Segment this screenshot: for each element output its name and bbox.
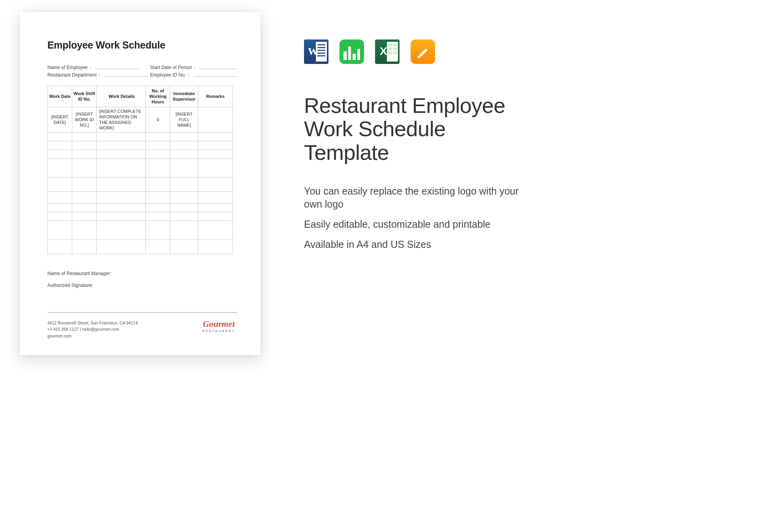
cell-date: [INSERT DATE] xyxy=(48,107,72,133)
empty-cell xyxy=(146,240,170,254)
feature-item: You can easily replace the existing logo… xyxy=(304,185,525,211)
empty-cell xyxy=(97,150,146,159)
empty-cell xyxy=(198,159,233,178)
empty-cell xyxy=(97,212,146,221)
manager-label: Name of Restaurant Manager: xyxy=(47,271,237,276)
th-details: Work Details xyxy=(97,86,146,107)
empty-cell xyxy=(170,150,198,159)
empty-cell xyxy=(170,141,198,150)
schedule-tbody: [INSERT DATE] [INSERT WORK ID NO.] [INSE… xyxy=(48,107,233,254)
meta-blank xyxy=(193,72,237,77)
empty-cell xyxy=(170,133,198,141)
table-row: [INSERT DATE] [INSERT WORK ID NO.] [INSE… xyxy=(48,107,233,133)
empty-cell xyxy=(170,240,198,254)
cell-shift: [INSERT WORK ID NO.] xyxy=(72,107,97,133)
footer-contact: +1 415 359 1127 | hello@gourmet.com xyxy=(47,326,138,333)
empty-cell xyxy=(170,159,198,178)
word-icon[interactable] xyxy=(304,39,328,64)
table-row xyxy=(48,212,233,221)
empty-cell xyxy=(72,240,97,254)
numbers-icon[interactable] xyxy=(340,39,364,64)
document-preview: Employee Work Schedule Name of Employee … xyxy=(20,12,261,355)
th-remarks: Remarks xyxy=(198,86,233,107)
auth-signature-label: Authorized Signature: xyxy=(47,283,237,288)
empty-cell xyxy=(170,221,198,240)
empty-cell xyxy=(48,141,72,150)
empty-cell xyxy=(97,192,146,204)
empty-cell xyxy=(146,178,170,192)
meta-blank xyxy=(95,64,139,69)
empty-cell xyxy=(72,212,97,221)
empty-cell xyxy=(146,192,170,204)
table-row xyxy=(48,150,233,159)
empty-cell xyxy=(48,150,72,159)
empty-cell xyxy=(48,221,72,240)
empty-cell xyxy=(97,240,146,254)
empty-cell xyxy=(72,204,97,212)
feature-item: Available in A4 and US Sizes xyxy=(304,238,525,251)
empty-cell xyxy=(97,221,146,240)
table-row xyxy=(48,141,233,150)
info-panel: Restaurant Employee Work Schedule Templa… xyxy=(304,12,525,520)
schedule-table: Work Date Work Shift ID No. Work Details… xyxy=(47,86,233,254)
empty-cell xyxy=(72,150,97,159)
empty-cell xyxy=(72,133,97,141)
meta-label-department: Restaurant Department xyxy=(47,72,97,78)
empty-cell xyxy=(72,141,97,150)
cell-details: [INSERT COMPLETE INFORMATION ON THE ASSI… xyxy=(97,107,146,133)
empty-cell xyxy=(198,141,233,150)
empty-cell xyxy=(170,212,198,221)
document-footer: 4412 Roosevelt Street, San Francisco, CA… xyxy=(47,312,237,339)
empty-cell xyxy=(48,212,72,221)
empty-cell xyxy=(198,212,233,221)
empty-cell xyxy=(48,159,72,178)
meta-blank xyxy=(104,72,148,77)
empty-cell xyxy=(97,159,146,178)
th-supervisor: Immediate Supervisor xyxy=(170,86,198,107)
empty-cell xyxy=(198,192,233,204)
cell-supervisor: [INSERT FULL NAME] xyxy=(170,107,198,133)
empty-cell xyxy=(198,240,233,254)
empty-cell xyxy=(170,178,198,192)
empty-cell xyxy=(97,204,146,212)
empty-cell xyxy=(72,192,97,204)
format-icons xyxy=(304,39,525,64)
table-row xyxy=(48,133,233,141)
empty-cell xyxy=(146,133,170,141)
pages-icon[interactable] xyxy=(411,39,435,64)
empty-cell xyxy=(97,178,146,192)
empty-cell xyxy=(146,150,170,159)
empty-cell xyxy=(170,204,198,212)
signature-block: Name of Restaurant Manager: Authorized S… xyxy=(47,271,237,294)
empty-cell xyxy=(72,221,97,240)
empty-cell xyxy=(198,178,233,192)
cell-hours: 0 xyxy=(146,107,170,133)
logo-subtext: RESTAURANT xyxy=(202,329,235,333)
empty-cell xyxy=(170,192,198,204)
empty-cell xyxy=(146,204,170,212)
empty-cell xyxy=(72,178,97,192)
page-title: Restaurant Employee Work Schedule Templa… xyxy=(304,94,525,164)
empty-cell xyxy=(146,141,170,150)
footer-address: 4412 Roosevelt Street, San Francisco, CA… xyxy=(47,320,138,326)
empty-cell xyxy=(48,204,72,212)
meta-blank xyxy=(199,64,237,69)
meta-label-start-date: Start Date of Period xyxy=(150,65,191,70)
empty-cell xyxy=(198,133,233,141)
table-row xyxy=(48,240,233,254)
meta-label-name: Name of Employee xyxy=(47,65,88,70)
empty-cell xyxy=(146,221,170,240)
excel-icon[interactable] xyxy=(375,39,400,64)
logo-text: Gourmet xyxy=(202,320,235,328)
empty-cell xyxy=(72,159,97,178)
empty-cell xyxy=(97,141,146,150)
table-row xyxy=(48,178,233,192)
empty-cell xyxy=(97,133,146,141)
empty-cell xyxy=(198,150,233,159)
empty-cell xyxy=(48,192,72,204)
cell-remarks xyxy=(198,107,233,133)
empty-cell xyxy=(48,240,72,254)
meta-label-emp-id: Employee ID No. xyxy=(150,72,186,78)
th-work-date: Work Date xyxy=(48,86,72,107)
footer-website: gourmet.com xyxy=(47,333,138,339)
